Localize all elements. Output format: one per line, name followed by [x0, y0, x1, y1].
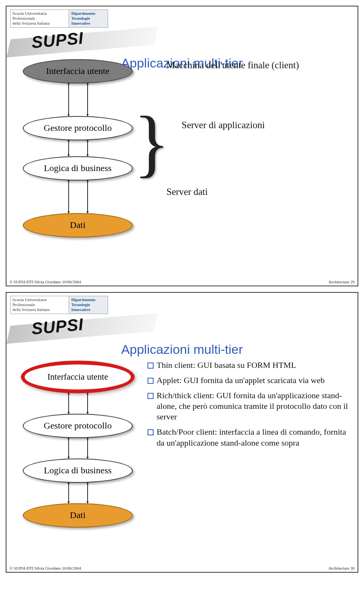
connector: ▲▼▲▼	[23, 393, 133, 414]
tier-logic-label: Logica di business	[44, 163, 112, 173]
dept-line1: Dipartimento	[71, 11, 96, 16]
dept-line1: Dipartimento	[71, 297, 96, 302]
tier-ui: Interfaccia utente	[23, 59, 133, 83]
header-dept: Dipartimento Tecnologie Innovative	[69, 9, 108, 28]
slide-header: Scuola Universitaria Professionale della…	[6, 293, 358, 314]
tier-proto-label: Gestore protocollo	[44, 123, 111, 133]
footer-left: © SUPSI-DTI Silvia Giordano 10/06/2004	[9, 566, 81, 570]
connector: ▲▼▲▼	[23, 438, 133, 459]
slide-footer: © SUPSI-DTI Silvia Giordano 10/06/2004 A…	[9, 566, 355, 570]
dept-line2: Tecnologie	[71, 16, 90, 20]
org-line1: Scuola Universitaria Professionale	[13, 11, 47, 20]
tier-data-label: Dati	[70, 510, 85, 520]
footer-right: Architecture 30	[328, 566, 355, 570]
tier-column: Interfaccia utente ▲▼▲▼ Gestore protocol…	[13, 59, 142, 237]
logo: SUPSI	[10, 316, 358, 338]
bullet-item: Applet: GUI fornita da un'applet scarica…	[146, 375, 352, 386]
slide-footer: © SUPSI-DTI Silvia Giordano 10/06/2004 A…	[9, 280, 355, 284]
slide-header: Scuola Universitaria Professionale della…	[6, 6, 358, 28]
annot-appserver: Server di applicazioni	[182, 120, 340, 130]
org-line2: della Svizzera Italiana	[13, 307, 50, 312]
tier-logic: Logica di business	[23, 459, 133, 483]
tier-proto: Gestore protocollo	[23, 116, 133, 140]
tier-data: Dati	[23, 213, 133, 237]
tier-column: Interfaccia utente ▲▼▲▼ Gestore protocol…	[13, 361, 142, 528]
connector: ▲▼▲▼	[23, 181, 133, 213]
slide-title: Applicazioni multi-tier	[6, 342, 358, 357]
org-line2: della Svizzera Italiana	[13, 21, 50, 25]
dept-line3: Innovative	[71, 307, 90, 312]
connector: ▲▼▲▼	[23, 83, 133, 116]
annot-dataserver: Server dati	[166, 187, 340, 197]
annotations: Macchina dell'utente finale (client) Ser…	[158, 71, 340, 197]
tier-proto-label: Gestore protocollo	[44, 421, 111, 431]
tier-proto: Gestore protocollo	[23, 414, 133, 438]
bullets: Thin client: GUI basata su FORM HTML App…	[142, 360, 352, 453]
tier-data-label: Dati	[70, 220, 85, 230]
org-line1: Scuola Universitaria Professionale	[13, 297, 47, 307]
header-org: Scuola Universitaria Professionale della…	[10, 296, 69, 314]
bullet-item: Thin client: GUI basata su FORM HTML	[146, 360, 352, 371]
tier-logic-label: Logica di business	[44, 465, 112, 476]
logo: SUPSI	[10, 29, 358, 52]
tier-logic: Logica di business	[23, 156, 133, 181]
connector: ▲▼▲▼	[23, 140, 133, 156]
bullet-item: Rich/thick client: GUI fornita da un'app…	[146, 390, 352, 422]
connector: ▲▼▲▼	[23, 483, 133, 503]
slide-30: Scuola Universitaria Professionale della…	[6, 292, 358, 573]
header-org: Scuola Universitaria Professionale della…	[10, 9, 69, 28]
dept-line2: Tecnologie	[71, 302, 90, 307]
tier-data: Dati	[23, 503, 133, 528]
footer-right: Architecture 29	[328, 280, 355, 284]
footer-left: © SUPSI-DTI Silvia Giordano 10/06/2004	[9, 280, 81, 284]
tier-ui-label: Interfaccia utente	[46, 66, 109, 76]
slide-body: Interfaccia utente ▲▼▲▼ Gestore protocol…	[6, 71, 358, 268]
slide-body: Interfaccia utente ▲▼▲▼ Gestore protocol…	[6, 357, 358, 569]
tier-ui-label: Interfaccia utente	[30, 367, 126, 387]
dept-line3: Innovative	[71, 21, 90, 25]
annot-client: Macchina dell'utente finale (client)	[166, 60, 340, 71]
bullet-item: Batch/Poor client: interfaccia a linea d…	[146, 427, 352, 448]
header-dept: Dipartimento Tecnologie Innovative	[69, 296, 108, 314]
tier-ui-highlight: Interfaccia utente	[21, 361, 135, 393]
slide-29: Scuola Universitaria Professionale della…	[6, 6, 358, 286]
